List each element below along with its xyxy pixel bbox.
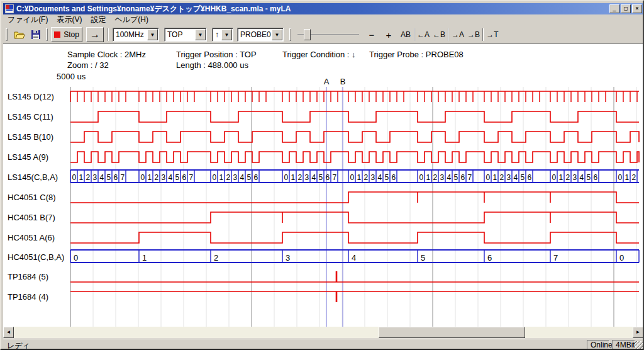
ab-label: AB: [401, 30, 411, 39]
stop-square-icon: [54, 31, 60, 38]
toolbar-separator: [108, 28, 109, 41]
dropdown-arrow-icon[interactable]: ▼: [221, 29, 232, 40]
close-button[interactable]: ×: [632, 4, 642, 13]
right-arrow-b-icon: →B: [467, 30, 480, 39]
status-bar: レディ Online 4MBit: [3, 339, 643, 349]
minimize-button[interactable]: _: [609, 4, 619, 13]
toolbar-grip: [289, 28, 291, 41]
toolbar-separator: [448, 28, 449, 41]
menu-item-file[interactable]: ファイル(F): [3, 14, 52, 26]
app-icon: [5, 4, 14, 13]
length-label: Length : 488.000 us: [176, 60, 248, 70]
menu-item-help[interactable]: ヘルプ(H): [110, 14, 153, 26]
clock-combo-value: 100MHz: [113, 30, 147, 39]
run-arrow-icon: →: [90, 29, 100, 40]
scroll-left-button[interactable]: ◄: [3, 327, 14, 338]
trigger-position-label: Trigger Position : TOP: [176, 50, 257, 59]
trigger-position-combo[interactable]: TOP ▼: [164, 28, 207, 42]
trigger-condition-label: Trigger Condition : ↓: [282, 50, 356, 59]
toolbar-separator: [482, 28, 484, 41]
open-button[interactable]: [12, 27, 27, 42]
maximize-button[interactable]: □: [621, 4, 631, 13]
zoom-out-button[interactable]: −: [365, 27, 379, 42]
right-arrow-a-icon: →A: [452, 30, 464, 39]
right-arrow-t-icon: →T: [486, 30, 498, 39]
goto-a-right-button[interactable]: →A: [450, 27, 465, 42]
toolbar-grip: [6, 28, 8, 41]
left-arrow-a-icon: ←A: [417, 30, 430, 39]
goto-b-right-button[interactable]: →B: [466, 27, 481, 42]
title-bar: C:¥Documents and Settings¥noname¥デスクトップ¥…: [3, 3, 643, 14]
dropdown-arrow-icon[interactable]: ▼: [147, 29, 158, 40]
window-title: C:¥Documents and Settings¥noname¥デスクトップ¥…: [16, 4, 608, 14]
save-button[interactable]: [28, 27, 43, 42]
status-ready-text: レディ: [7, 341, 30, 350]
goto-b-left-button[interactable]: ←B: [431, 27, 447, 42]
dropdown-arrow-icon[interactable]: ▼: [195, 29, 206, 40]
ab-button[interactable]: AB: [398, 27, 413, 42]
toolbar-grip: [46, 28, 48, 41]
resize-grip[interactable]: [635, 341, 643, 349]
menu-item-view[interactable]: 表示(V): [52, 14, 86, 26]
zoom-in-button[interactable]: +: [382, 27, 396, 42]
toolbar: Stop → 100MHz ▼ TOP ▼ ↑ ▼ PROBE00 ▼ − +: [3, 25, 643, 44]
zoom-slider-handle[interactable]: [304, 29, 311, 40]
left-arrow-b-icon: ←B: [433, 30, 445, 39]
app-window: C:¥Documents and Settings¥noname¥デスクトップ¥…: [0, 0, 644, 350]
plus-icon: +: [386, 30, 392, 40]
save-floppy-icon: [31, 30, 40, 39]
scroll-right-button[interactable]: ►: [633, 327, 643, 338]
zoom-label: Zoom : / 32: [67, 60, 109, 70]
open-folder-icon: [14, 30, 25, 39]
toolbar-separator: [414, 28, 415, 41]
probe-combo-value: PROBE00: [238, 30, 271, 39]
waveform-client-area: [3, 45, 643, 327]
run-button[interactable]: →: [86, 27, 104, 42]
clock-combo[interactable]: 100MHz ▼: [113, 28, 159, 42]
edge-combo-value: ↑: [213, 30, 221, 39]
menu-item-settings[interactable]: 設定: [86, 14, 110, 26]
sample-clock-label: Sample Clock : 2MHz: [67, 50, 146, 59]
stop-label: Stop: [64, 30, 79, 39]
minus-icon: −: [369, 30, 375, 40]
probe-combo[interactable]: PROBE00 ▼: [237, 28, 284, 42]
menu-bar: ファイル(F) 表示(V) 設定 ヘルプ(H): [3, 14, 643, 25]
stop-button[interactable]: Stop: [51, 27, 82, 42]
trigger-position-combo-value: TOP: [165, 30, 194, 39]
scrollbar-thumb[interactable]: [379, 327, 525, 338]
goto-a-left-button[interactable]: ←A: [416, 27, 431, 42]
horizontal-scrollbar[interactable]: ◄ ►: [3, 327, 643, 338]
status-memory-badge: 4MBit: [612, 340, 635, 349]
goto-trigger-button[interactable]: →T: [485, 27, 500, 42]
trigger-probe-label: Trigger Probe : PROBE08: [369, 50, 464, 59]
status-online-badge: Online: [587, 340, 609, 349]
edge-combo[interactable]: ↑ ▼: [212, 28, 233, 42]
dropdown-arrow-icon[interactable]: ▼: [272, 29, 282, 40]
